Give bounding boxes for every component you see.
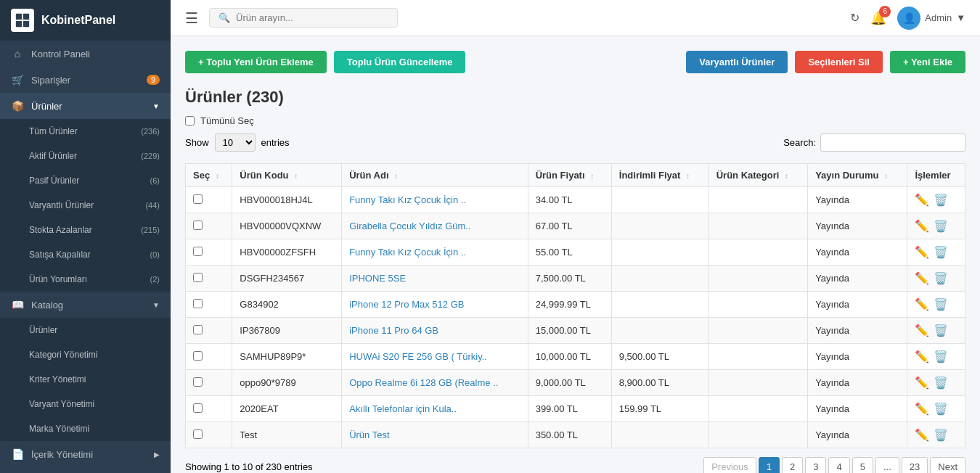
pagination: Previous 1 2 3 4 5 ... 23 Next bbox=[703, 457, 965, 473]
previous-button[interactable]: Previous bbox=[703, 457, 756, 473]
sidebar-item-kategori-yonetimi[interactable]: Kategori Yönetimi bbox=[0, 342, 171, 367]
sidebar-item-tum-urunler[interactable]: Tüm Ürünler (236) bbox=[0, 119, 171, 144]
notifications-icon[interactable]: 🔔 6 bbox=[870, 10, 886, 26]
admin-menu[interactable]: 👤 Admin ▼ bbox=[897, 7, 965, 30]
delete-icon-1[interactable]: 🗑️ bbox=[934, 219, 948, 233]
sidebar-item-siparisler[interactable]: 🛒 Siparişler 9 bbox=[0, 67, 171, 93]
sidebar-item-kriter-yonetimi[interactable]: Kriter Yönetimi bbox=[0, 367, 171, 392]
sidebar-item-icerik-yonetimi[interactable]: 📄 İçerik Yönetimi ▶ bbox=[0, 441, 171, 467]
page-3-button[interactable]: 3 bbox=[805, 457, 826, 473]
row-name-link-4[interactable]: iPhone 12 Pro Max 512 GB bbox=[349, 299, 464, 310]
edit-icon-3[interactable]: ✏️ bbox=[915, 271, 929, 285]
row-price-4: 24,999.99 TL bbox=[528, 292, 611, 318]
edit-icon-2[interactable]: ✏️ bbox=[915, 245, 929, 259]
sidebar-item-kullanicilar[interactable]: 👤 Kullanıcılar ▶ bbox=[0, 467, 171, 473]
edit-icon-9[interactable]: ✏️ bbox=[915, 428, 929, 442]
col-sec[interactable]: Seç ↕ bbox=[186, 164, 232, 187]
marka-yonetimi-label: Marka Yönetimi bbox=[29, 424, 89, 434]
delete-icon-3[interactable]: 🗑️ bbox=[934, 271, 948, 285]
delete-icon-6[interactable]: 🗑️ bbox=[934, 350, 948, 363]
delete-icon-9[interactable]: 🗑️ bbox=[934, 428, 948, 442]
secilenleri-sil-button[interactable]: Seçilenleri Sil bbox=[795, 51, 883, 73]
table-row: HBV00000ZFSFH Funny Takı Kız Çocuk İçin … bbox=[186, 239, 965, 266]
row-name-link-1[interactable]: Girabella Çocuk Yıldız Güm.. bbox=[349, 221, 470, 231]
delete-icon-2[interactable]: 🗑️ bbox=[934, 245, 948, 259]
row-name-5: iPhone 11 Pro 64 GB bbox=[342, 318, 528, 344]
satisa-kapaliklar-count: (0) bbox=[150, 250, 160, 259]
row-checkbox-9[interactable] bbox=[193, 429, 203, 439]
edit-icon-1[interactable]: ✏️ bbox=[915, 219, 929, 233]
row-name-link-9[interactable]: Ürün Test bbox=[349, 429, 389, 440]
col-urun-kategori[interactable]: Ürün Kategori ↕ bbox=[709, 164, 807, 187]
row-checkbox-7[interactable] bbox=[193, 377, 203, 387]
yeni-ekle-button[interactable]: + Yeni Ekle bbox=[890, 51, 965, 73]
sidebar-item-urun-yorumlari[interactable]: Ürün Yorumları (2) bbox=[0, 267, 171, 292]
sidebar-item-pasif-urunler[interactable]: Pasif Ürünler (6) bbox=[0, 168, 171, 193]
row-checkbox-8[interactable] bbox=[193, 403, 203, 413]
row-checkbox-2[interactable] bbox=[193, 247, 203, 256]
logo-icon bbox=[11, 9, 34, 32]
row-name-3: IPHONE 5SE bbox=[342, 266, 528, 292]
row-checkbox-3[interactable] bbox=[193, 273, 203, 282]
col-urun-fiyati[interactable]: Ürün Fiyatı ↕ bbox=[528, 164, 611, 187]
page-23-button[interactable]: 23 bbox=[902, 457, 928, 473]
col-indirimli-fiyat[interactable]: İndirimli Fiyat ↕ bbox=[611, 164, 709, 187]
row-checkbox-cell bbox=[186, 370, 232, 396]
sidebar-item-satisa-kapaliklar[interactable]: Satışa Kapalılar (0) bbox=[0, 242, 171, 267]
delete-icon-8[interactable]: 🗑️ bbox=[934, 402, 948, 416]
col-urun-adi[interactable]: Ürün Adı ↕ bbox=[342, 164, 528, 187]
row-name-link-7[interactable]: Oppo Realme 6i 128 GB (Realme .. bbox=[349, 377, 498, 388]
sidebar-item-urunler[interactable]: 📦 Ürünler ▼ bbox=[0, 93, 171, 119]
row-name-8: Akıllı Telefonlar için Kula.. bbox=[342, 396, 528, 422]
toplu-yeni-ekle-button[interactable]: + Toplu Yeni Ürün Ekleme bbox=[185, 51, 327, 73]
toplu-guncelle-button[interactable]: Toplu Ürün Güncelleme bbox=[334, 51, 466, 73]
next-button[interactable]: Next bbox=[930, 457, 965, 473]
sidebar-item-varyantli-urunler[interactable]: Varyantlı Ürünler (44) bbox=[0, 193, 171, 218]
edit-icon-6[interactable]: ✏️ bbox=[915, 350, 929, 363]
page-2-button[interactable]: 2 bbox=[782, 457, 803, 473]
row-name-link-5[interactable]: iPhone 11 Pro 64 GB bbox=[349, 325, 438, 336]
row-name-link-8[interactable]: Akıllı Telefonlar için Kula.. bbox=[349, 403, 457, 414]
sidebar-item-marka-yonetimi[interactable]: Marka Yönetimi bbox=[0, 416, 171, 441]
row-code-9: Test bbox=[232, 422, 342, 448]
edit-icon-0[interactable]: ✏️ bbox=[915, 193, 929, 207]
app-name: KobinetPanel bbox=[41, 14, 115, 27]
search-input[interactable] bbox=[236, 12, 388, 23]
delete-icon-5[interactable]: 🗑️ bbox=[934, 324, 948, 337]
delete-icon-7[interactable]: 🗑️ bbox=[934, 376, 948, 390]
entries-select[interactable]: 10 25 50 100 bbox=[215, 133, 256, 152]
row-name-link-6[interactable]: HUWAi S20 FE 256 GB ( Türkiy.. bbox=[349, 351, 487, 362]
edit-icon-4[interactable]: ✏️ bbox=[915, 297, 929, 311]
edit-icon-7[interactable]: ✏️ bbox=[915, 376, 929, 390]
edit-icon-8[interactable]: ✏️ bbox=[915, 402, 929, 416]
row-status-4: Yayında bbox=[808, 292, 907, 318]
row-checkbox-4[interactable] bbox=[193, 299, 203, 308]
sidebar-item-k-urunler[interactable]: Ürünler bbox=[0, 318, 171, 342]
row-checkbox-6[interactable] bbox=[193, 351, 203, 361]
sidebar-item-varyant-yonetimi[interactable]: Varyant Yönetimi bbox=[0, 392, 171, 416]
page-5-button[interactable]: 5 bbox=[852, 457, 873, 473]
hamburger-icon[interactable]: ☰ bbox=[185, 9, 198, 27]
edit-icon-5[interactable]: ✏️ bbox=[915, 324, 929, 337]
delete-icon-0[interactable]: 🗑️ bbox=[934, 193, 948, 207]
page-1-button[interactable]: 1 bbox=[759, 457, 780, 473]
varyantli-urunler-button[interactable]: Varyantlı Ürünler bbox=[686, 51, 788, 73]
katalog-arrow: ▼ bbox=[152, 301, 160, 309]
row-name-link-0[interactable]: Funny Takı Kız Çocuk İçin .. bbox=[349, 194, 466, 205]
sidebar-item-katalog[interactable]: 📖 Katalog ▼ bbox=[0, 292, 171, 318]
sidebar-item-kontrol-paneli[interactable]: ⌂ Kontrol Paneli bbox=[0, 41, 171, 67]
sidebar-item-aktif-urunler[interactable]: Aktif Ürünler (229) bbox=[0, 144, 171, 168]
table-search-input[interactable] bbox=[820, 133, 965, 152]
row-checkbox-0[interactable] bbox=[193, 194, 203, 204]
row-checkbox-5[interactable] bbox=[193, 325, 203, 334]
sidebar-item-stokta-azalanlar[interactable]: Stokta Azalanlar (215) bbox=[0, 218, 171, 242]
row-name-link-3[interactable]: IPHONE 5SE bbox=[349, 273, 406, 284]
delete-icon-4[interactable]: 🗑️ bbox=[934, 297, 948, 311]
select-all-checkbox[interactable] bbox=[185, 116, 195, 126]
col-urun-kodu[interactable]: Ürün Kodu ↕ bbox=[232, 164, 342, 187]
page-4-button[interactable]: 4 bbox=[828, 457, 849, 473]
col-yayin-durumu[interactable]: Yayın Durumu ↕ bbox=[808, 164, 907, 187]
refresh-icon[interactable]: ↻ bbox=[850, 11, 859, 25]
row-name-link-2[interactable]: Funny Takı Kız Çocuk İçin .. bbox=[349, 247, 466, 258]
row-checkbox-1[interactable] bbox=[193, 221, 203, 230]
